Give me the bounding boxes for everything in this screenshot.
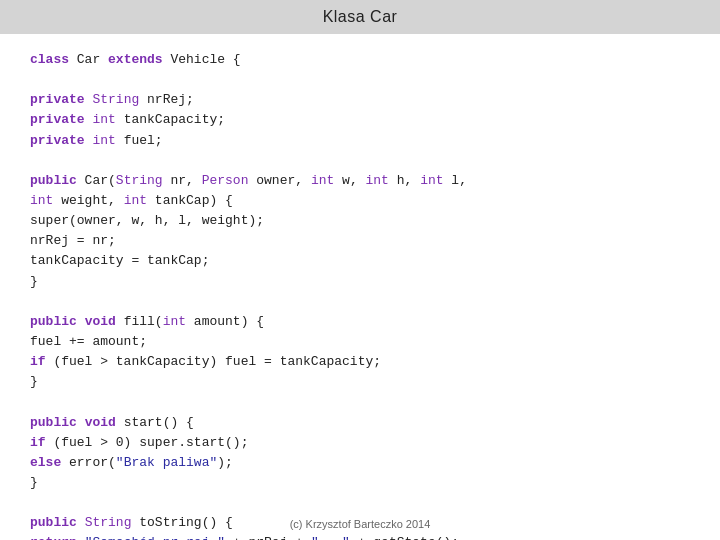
footer: (c) Krzysztof Barteczko 2014 (0, 518, 720, 530)
code-line: nrRej = nr; (30, 231, 690, 251)
code-line (30, 70, 690, 90)
code-line: private String nrRej; (30, 90, 690, 110)
code-line: tankCapacity = tankCap; (30, 251, 690, 271)
code-line: public void fill(int amount) { (30, 312, 690, 332)
code-line: if (fuel > 0) super.start(); (30, 433, 690, 453)
code-line: public Car(String nr, Person owner, int … (30, 171, 690, 191)
code-line: } (30, 473, 690, 493)
code-line: } (30, 272, 690, 292)
code-line: fuel += amount; (30, 332, 690, 352)
code-line: super(owner, w, h, l, weight); (30, 211, 690, 231)
code-line: else error("Brak paliwa"); (30, 453, 690, 473)
code-area: class Car extends Vehicle { private Stri… (0, 34, 720, 540)
code-line (30, 151, 690, 171)
footer-text: (c) Krzysztof Barteczko 2014 (290, 518, 431, 530)
code-line: int weight, int tankCap) { (30, 191, 690, 211)
code-line: if (fuel > tankCapacity) fuel = tankCapa… (30, 352, 690, 372)
code-line: private int tankCapacity; (30, 110, 690, 130)
title-bar: Klasa Car (0, 0, 720, 34)
code-line: private int fuel; (30, 131, 690, 151)
code-line: return "Samochód nr rej " + nrRej + " - … (30, 533, 690, 540)
code-line: public void start() { (30, 413, 690, 433)
code-line (30, 493, 690, 513)
code-line: } (30, 372, 690, 392)
code-block: class Car extends Vehicle { private Stri… (30, 50, 690, 540)
page-title: Klasa Car (323, 8, 398, 25)
code-line: class Car extends Vehicle { (30, 50, 690, 70)
code-line (30, 392, 690, 412)
code-line (30, 292, 690, 312)
